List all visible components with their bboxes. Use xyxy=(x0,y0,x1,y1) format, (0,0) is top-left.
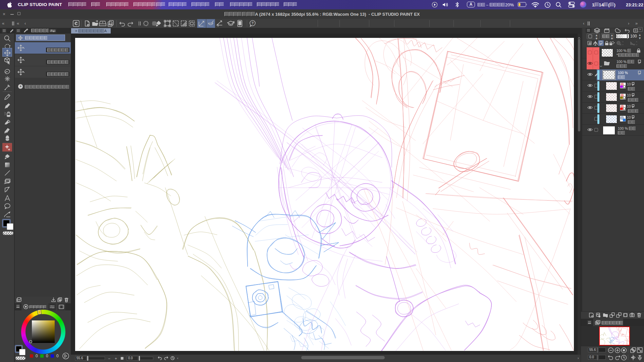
svg-text:?: ? xyxy=(252,21,254,25)
svg-text:psd: psd xyxy=(108,23,112,25)
